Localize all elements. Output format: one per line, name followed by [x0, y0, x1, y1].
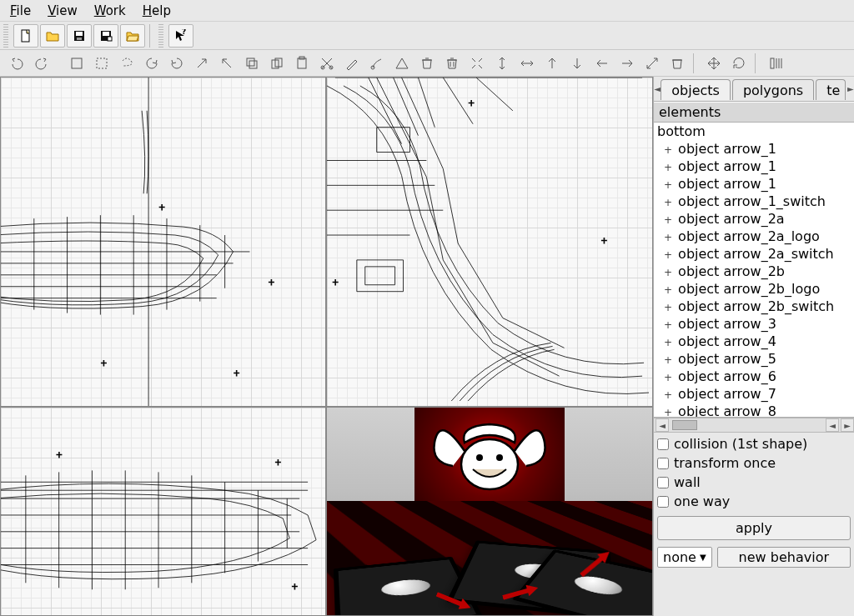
viewport-side[interactable]: + + +: [0, 407, 326, 616]
tree-item[interactable]: object arrow_6: [654, 368, 854, 385]
rotate-ccw-icon[interactable]: [140, 53, 163, 74]
svg-text:+: +: [600, 236, 607, 245]
edit-toolbar: [0, 50, 854, 77]
svg-rect-3: [77, 38, 82, 40]
save-button[interactable]: [67, 24, 92, 48]
resize-diag-icon[interactable]: [640, 53, 664, 74]
tree-item[interactable]: object arrow_2b_switch: [654, 298, 854, 315]
svg-rect-27: [365, 267, 395, 285]
move-tool-icon[interactable]: [702, 53, 726, 74]
svg-rect-19: [771, 58, 774, 68]
tree-item[interactable]: object arrow_1: [654, 158, 854, 175]
select-lasso-icon[interactable]: [115, 53, 138, 74]
tree-item[interactable]: object arrow_7: [654, 385, 854, 403]
tree-item[interactable]: object arrow_5: [654, 350, 854, 368]
paste-icon[interactable]: [290, 53, 314, 74]
object-tree[interactable]: bottom object arrow_1 object arrow_1 obj…: [654, 123, 854, 418]
svg-text:+: +: [234, 368, 240, 378]
pointer-nw-icon[interactable]: [215, 53, 239, 74]
tab-scroll-left[interactable]: ◄: [654, 78, 661, 101]
select-dashed-icon[interactable]: [90, 53, 113, 74]
tab-objects[interactable]: objects: [661, 79, 731, 100]
open-file-button[interactable]: [40, 24, 65, 48]
rotate-cw-icon[interactable]: [165, 53, 188, 74]
open-folder-button[interactable]: [120, 24, 145, 48]
viewport-front[interactable]: + + + +: [0, 77, 326, 407]
arrow-right-icon[interactable]: [615, 53, 639, 74]
flag-checkboxes: collision (1st shape) transform once wal…: [654, 433, 854, 513]
select-rect-icon[interactable]: [65, 53, 88, 74]
tree-item[interactable]: object arrow_1_switch: [654, 193, 854, 210]
arrow-h-icon[interactable]: [515, 53, 539, 74]
wall-checkbox[interactable]: wall: [657, 474, 851, 490]
arrow-left-icon[interactable]: [590, 53, 614, 74]
copy-icon[interactable]: [240, 53, 264, 74]
tree-item[interactable]: object arrow_2b: [654, 263, 854, 280]
arrow-down-icon[interactable]: [565, 53, 589, 74]
main-area: + + + +: [0, 77, 854, 616]
expand-v-icon[interactable]: [490, 53, 514, 74]
apply-button[interactable]: apply: [657, 516, 851, 540]
trash-alt-icon[interactable]: [440, 53, 464, 74]
tree-item[interactable]: object arrow_2a: [654, 210, 854, 228]
triangle-icon[interactable]: [390, 53, 414, 74]
svg-rect-0: [22, 30, 29, 42]
tree-item[interactable]: object arrow_2a_switch: [654, 245, 854, 263]
menu-help[interactable]: Help: [139, 2, 174, 20]
scroll-left2-button[interactable]: ◄: [826, 418, 839, 432]
save-as-button[interactable]: [93, 24, 118, 48]
svg-text:?: ?: [182, 29, 186, 36]
undo-icon[interactable]: [5, 53, 28, 74]
viewport-top[interactable]: + + +: [326, 77, 653, 407]
svg-text:+: +: [332, 278, 339, 287]
knife-icon[interactable]: [340, 53, 364, 74]
brush-icon[interactable]: [365, 53, 389, 74]
toolbar-grip[interactable]: [3, 24, 8, 48]
one-way-checkbox[interactable]: one way: [657, 493, 851, 509]
menu-file[interactable]: File: [7, 2, 34, 20]
svg-point-34: [461, 439, 518, 489]
main-toolbar: ?: [0, 22, 854, 50]
viewport-perspective[interactable]: [326, 407, 653, 616]
arrow-up-icon[interactable]: [540, 53, 564, 74]
svg-rect-6: [108, 37, 112, 41]
tree-item[interactable]: object arrow_2a_logo: [654, 228, 854, 245]
side-panel: ◄ objects polygons te ► elements bottom …: [653, 77, 854, 616]
compress-icon[interactable]: [465, 53, 489, 74]
menu-work[interactable]: Work: [91, 2, 129, 20]
tree-h-scrollbar[interactable]: ◄ ◄ ►: [654, 418, 854, 433]
pointer-ne-icon[interactable]: [190, 53, 214, 74]
tab-textures[interactable]: te: [816, 79, 846, 100]
trash-icon[interactable]: [415, 53, 439, 74]
tab-polygons[interactable]: polygons: [732, 79, 814, 100]
reload-icon[interactable]: [727, 53, 751, 74]
scroll-left-button[interactable]: ◄: [656, 418, 669, 432]
tree-item[interactable]: object arrow_1: [654, 140, 854, 158]
svg-text:+: +: [291, 582, 298, 591]
redo-icon[interactable]: [30, 53, 53, 74]
toolbar-grip[interactable]: [158, 24, 163, 48]
new-behavior-button[interactable]: new behavior: [717, 547, 851, 568]
tree-item[interactable]: object arrow_4: [654, 333, 854, 350]
tree-item[interactable]: object arrow_8: [654, 403, 854, 418]
svg-text:+: +: [158, 203, 165, 212]
toolbar-separator: [693, 53, 698, 73]
toolbar-separator: [149, 24, 154, 48]
help-pointer-button[interactable]: ?: [168, 24, 193, 48]
cut-icon[interactable]: [315, 53, 339, 74]
tree-item[interactable]: object arrow_1: [654, 175, 854, 193]
scroll-right-button[interactable]: ►: [841, 418, 854, 432]
tree-root-node[interactable]: bottom: [654, 123, 854, 140]
tree-item[interactable]: object arrow_2b_logo: [654, 280, 854, 298]
tab-scroll-right[interactable]: ►: [847, 78, 854, 101]
new-file-button[interactable]: [13, 24, 38, 48]
transform-once-checkbox[interactable]: transform once: [657, 455, 851, 471]
guide-toggle-icon[interactable]: [764, 53, 787, 74]
behavior-select[interactable]: none▼: [657, 547, 712, 568]
tree-item[interactable]: object arrow_3: [654, 315, 854, 333]
menu-view[interactable]: View: [44, 2, 81, 20]
trash2-icon[interactable]: [666, 53, 689, 74]
duplicate-icon[interactable]: [265, 53, 289, 74]
scroll-thumb[interactable]: [672, 420, 697, 430]
collision-checkbox[interactable]: collision (1st shape): [657, 436, 851, 452]
